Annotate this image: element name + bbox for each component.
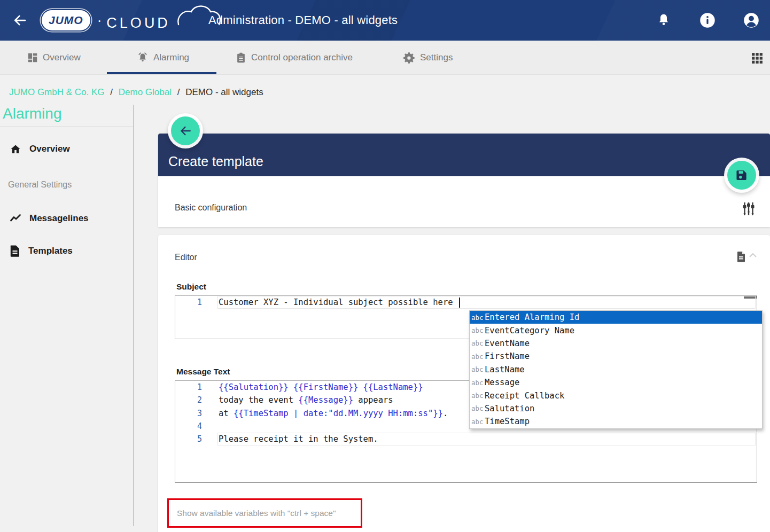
logo-dot: · [97, 12, 102, 29]
autocomplete-item-label: Receipt Callback [485, 391, 564, 401]
create-template-header: Create template [158, 134, 770, 176]
tab-settings[interactable]: Settings [403, 41, 453, 75]
autocomplete-item[interactable]: abcFirstName [470, 350, 762, 363]
save-floppy-icon [735, 168, 749, 182]
jumo-logo-pill: JUMO [42, 10, 90, 30]
tune-filters-icon[interactable] [742, 202, 755, 216]
autocomplete-item-label: TimeStamp [485, 417, 530, 426]
line-number: 4 [175, 421, 202, 431]
home-icon [9, 143, 22, 155]
line-number: 5 [175, 434, 202, 444]
subject-label: Subject [176, 282, 206, 292]
sidebar-divider [0, 127, 134, 127]
active-tab-underline [107, 72, 216, 74]
gear-icon [403, 52, 416, 64]
basic-configuration-label: Basic configuration [175, 203, 247, 213]
editor-collapse-control[interactable] [736, 251, 757, 263]
notifications-bell-icon[interactable] [656, 12, 672, 28]
autocomplete-item-label: Entered Alarming Id [485, 312, 579, 322]
abc-variable-icon: abc [471, 379, 485, 387]
autocomplete-item-label: Message [485, 378, 519, 387]
autocomplete-item[interactable]: abcMessage [470, 376, 762, 389]
header-actions [656, 0, 759, 41]
messagelines-chart-icon [9, 212, 22, 225]
text-cursor [459, 298, 460, 308]
code-line[interactable]: 5Please receipt it in the System. [175, 433, 757, 445]
tab-alarming[interactable]: Alarming [136, 41, 189, 75]
abc-variable-icon: abc [471, 326, 485, 334]
breadcrumb-link-group[interactable]: Demo Global [119, 87, 172, 97]
clipboard-icon [235, 52, 247, 64]
abc-variable-icon: abc [471, 404, 485, 412]
autocomplete-item-label: LastName [485, 365, 525, 374]
sidebar-title: Alarming [3, 105, 61, 122]
autocomplete-item[interactable]: abcEventCategory Name [470, 324, 762, 337]
panel-title: Create template [168, 154, 263, 169]
breadcrumb-link-company[interactable]: JUMO GmbH & Co. KG [9, 87, 105, 97]
abc-variable-icon: abc [471, 353, 485, 361]
account-icon[interactable] [743, 12, 759, 28]
abc-variable-icon: abc [471, 339, 485, 347]
chevron-up-icon [749, 253, 757, 258]
autocomplete-item[interactable]: abcEventName [470, 337, 762, 350]
autocomplete-dropdown: abcEntered Alarming IdabcEventCategory N… [469, 310, 763, 429]
autocomplete-item-label: Salutation [485, 404, 534, 413]
abc-variable-icon: abc [471, 314, 485, 322]
back-arrow-icon [178, 124, 192, 138]
abc-variable-icon: abc [471, 392, 485, 400]
sidebar-item-messagelines[interactable]: Messagelines [9, 210, 89, 227]
app-screen: JUMO · CLOUD Administration - DEMO - all… [0, 0, 770, 532]
tab-control-operation-archive[interactable]: Control operation archive [235, 41, 353, 75]
apps-grid-icon[interactable] [750, 51, 764, 65]
main-tabbar: Overview Alarming Control operation arch… [0, 41, 770, 75]
sidebar-item-templates[interactable]: Templates [9, 242, 73, 260]
tab-overview[interactable]: Overview [27, 41, 81, 75]
autocomplete-item-label: EventName [485, 339, 530, 348]
sidebar-separator-line [133, 105, 134, 526]
variables-hint-text: Show available variables with "ctrl + sp… [177, 508, 336, 518]
line-number: 3 [175, 409, 202, 418]
line-number: 1 [175, 298, 202, 307]
autocomplete-item[interactable]: abcLastName [470, 363, 762, 376]
breadcrumb-current: DEMO - all widgets [185, 87, 263, 97]
message-text-label: Message Text [176, 367, 230, 377]
line-number: 1 [175, 382, 202, 392]
abc-variable-icon: abc [471, 365, 485, 373]
breadcrumb: JUMO GmbH & Co. KG / Demo Global / DEMO … [9, 87, 263, 98]
annotation-red-box: Show available variables with "ctrl + sp… [167, 498, 362, 528]
jumo-cloud-logo: JUMO · CLOUD [42, 7, 170, 33]
app-header: JUMO · CLOUD Administration - DEMO - all… [0, 0, 770, 41]
back-arrow-icon[interactable] [12, 12, 28, 28]
sidebar-item-overview[interactable]: Overview [9, 140, 70, 158]
save-button[interactable] [727, 161, 756, 190]
dashboard-icon [27, 52, 38, 64]
code-line[interactable]: 1Customer XYZ - Individual subject possi… [175, 296, 757, 309]
back-button[interactable] [171, 116, 200, 145]
autocomplete-item[interactable]: abcReceipt Callback [470, 389, 762, 402]
logo-primary-text: JUMO [49, 14, 83, 27]
autocomplete-item[interactable]: abcSalutation [470, 402, 762, 415]
logo-secondary-text: CLOUD [106, 15, 170, 32]
alarm-bell-icon [136, 51, 149, 64]
info-icon[interactable] [699, 12, 715, 28]
autocomplete-item-label: EventCategory Name [485, 326, 574, 335]
document-icon [9, 245, 21, 257]
sidebar-section-general-settings: General Settings [8, 180, 72, 190]
file-icon [736, 251, 746, 263]
page-title: Administration - DEMO - all widgets [208, 0, 398, 41]
autocomplete-item[interactable]: abcTimeStamp [470, 415, 762, 428]
line-number: 2 [175, 395, 202, 405]
autocomplete-item-label: FirstName [485, 351, 530, 361]
abc-variable-icon: abc [471, 418, 485, 426]
autocomplete-item[interactable]: abcEntered Alarming Id [470, 311, 762, 324]
basic-configuration-row: Basic configuration [158, 176, 770, 227]
editor-title: Editor [175, 253, 197, 262]
